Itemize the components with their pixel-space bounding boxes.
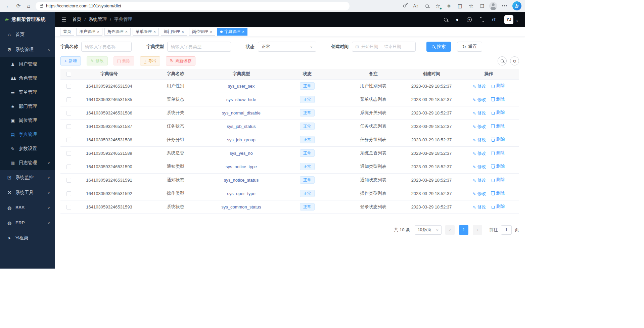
close-tab-icon[interactable] (125, 30, 128, 34)
tab-user-mgmt[interactable]: 用户管理 (76, 28, 102, 36)
sidebar-item-bbs[interactable]: BBS (0, 200, 55, 215)
dict-type-link[interactable]: sys_notice_status (224, 178, 259, 183)
delete-row-button[interactable]: 删除 (492, 96, 505, 102)
edit-row-button[interactable]: 修改 (473, 97, 486, 103)
page-size-select[interactable]: 10条/页 (415, 225, 442, 235)
dict-name-input[interactable] (81, 42, 132, 52)
refresh-table-button[interactable] (510, 56, 519, 65)
tab-home[interactable]: 首页 (60, 28, 74, 36)
next-page-button[interactable] (473, 225, 482, 235)
tab-menu-mgmt[interactable]: 菜单管理 (133, 28, 159, 36)
row-checkbox[interactable] (66, 151, 71, 156)
sidebar-item-dict-mgmt[interactable]: 字典管理 (0, 128, 55, 142)
sidebar-item-system-monitor[interactable]: 系统监控 (0, 170, 55, 185)
delete-row-button[interactable]: 删除 (492, 190, 505, 196)
prev-page-button[interactable] (445, 225, 455, 235)
profile-avatar[interactable] (488, 1, 498, 11)
sidebar-item-log-mgmt[interactable]: 日志管理 (0, 156, 55, 170)
tab-role-mgmt[interactable]: 角色管理 (104, 28, 131, 36)
back-icon[interactable] (3, 1, 13, 11)
dict-type-input[interactable] (167, 42, 231, 52)
read-aloud-icon[interactable] (411, 1, 421, 11)
sidebar-item-yi-framework[interactable]: Yi框架 (0, 230, 55, 245)
password-key-icon[interactable] (400, 1, 410, 11)
current-page-button[interactable]: 1 (459, 225, 468, 235)
delete-row-button[interactable]: 删除 (492, 136, 505, 142)
date-range-picker[interactable]: 开始日期 - 结束日期 (352, 42, 416, 52)
dict-type-link[interactable]: sys_user_sex (228, 84, 255, 89)
breadcrumb-home[interactable]: 首页 (72, 16, 81, 22)
sidebar-item-post-mgmt[interactable]: 岗位管理 (0, 113, 55, 128)
row-checkbox[interactable] (66, 165, 71, 169)
delete-row-button[interactable]: 删除 (492, 163, 505, 169)
refresh-cache-button[interactable]: 刷新缓存 (166, 56, 195, 65)
close-tab-icon[interactable] (182, 30, 184, 34)
delete-row-button[interactable]: 删除 (492, 109, 505, 115)
dict-type-link[interactable]: sys_normal_disable (222, 110, 261, 115)
close-tab-icon[interactable] (153, 30, 156, 34)
toggle-search-button[interactable] (498, 56, 507, 65)
url-text[interactable]: https://ccnetcore.com:1101/system/dict (46, 3, 121, 8)
close-tab-icon[interactable] (242, 30, 244, 34)
favorites-icon[interactable] (466, 1, 476, 11)
refresh-page-icon[interactable] (13, 1, 24, 11)
row-checkbox[interactable] (66, 138, 71, 142)
edit-row-button[interactable]: 修改 (473, 83, 486, 89)
sidebar-item-dept-mgmt[interactable]: 部门管理 (0, 99, 55, 113)
search-icon[interactable] (444, 18, 448, 21)
add-favorite-icon[interactable] (433, 1, 443, 11)
tab-dict-mgmt[interactable]: 字典管理 (217, 28, 247, 36)
url-bar[interactable]: https://ccnetcore.com:1101/system/dict (36, 2, 350, 10)
sidebar-item-role-mgmt[interactable]: 角色管理 (0, 71, 55, 85)
delete-row-button[interactable]: 删除 (492, 177, 505, 183)
bing-icon[interactable] (512, 1, 521, 10)
sidebar-toggle-icon[interactable] (61, 16, 66, 23)
tab-dept-mgmt[interactable]: 部门管理 (161, 28, 187, 36)
row-checkbox[interactable] (66, 191, 71, 196)
row-checkbox[interactable] (66, 205, 71, 209)
sidebar-item-menu-mgmt[interactable]: 菜单管理 (0, 85, 55, 99)
help-icon[interactable] (467, 17, 472, 22)
row-checkbox[interactable] (66, 111, 71, 115)
export-button[interactable]: 导出 (140, 56, 160, 65)
delete-row-button[interactable]: 删除 (492, 123, 505, 129)
edit-row-button[interactable]: 修改 (473, 191, 486, 197)
split-screen-icon[interactable] (455, 1, 465, 11)
goto-page-input[interactable] (501, 225, 512, 235)
sidebar-item-system-tools[interactable]: 系统工具 (0, 185, 55, 200)
edit-row-button[interactable]: 修改 (473, 177, 486, 183)
sidebar-item-user-mgmt[interactable]: 用户管理 (0, 57, 55, 71)
close-tab-icon[interactable] (97, 30, 99, 34)
edit-row-button[interactable]: 修改 (473, 137, 486, 143)
row-checkbox[interactable] (66, 124, 71, 129)
row-checkbox[interactable] (66, 97, 71, 102)
edit-row-button[interactable]: 修改 (473, 110, 486, 116)
edit-row-button[interactable]: 修改 (473, 164, 486, 170)
sidebar-item-system-mgmt[interactable]: 系统管理 (0, 42, 55, 57)
edit-row-button[interactable]: 修改 (473, 150, 486, 156)
delete-row-button[interactable]: 删除 (492, 83, 505, 89)
edit-row-button[interactable]: 修改 (473, 124, 486, 130)
home-icon[interactable] (24, 1, 34, 11)
sidebar-item-home[interactable]: 首页 (0, 27, 55, 42)
edit-row-button[interactable]: 修改 (473, 204, 486, 210)
dict-type-link[interactable]: sys_job_group (227, 137, 256, 142)
dict-type-link[interactable]: sys_oper_type (227, 191, 256, 196)
dict-type-link[interactable]: sys_common_status (221, 204, 261, 209)
breadcrumb-system-mgmt[interactable]: 系统管理 (89, 16, 107, 22)
reset-button[interactable]: 重置 (457, 42, 482, 52)
dict-type-link[interactable]: sys_job_status (227, 124, 256, 129)
delete-row-button[interactable]: 删除 (492, 203, 505, 209)
tab-post-mgmt[interactable]: 岗位管理 (189, 28, 215, 36)
delete-row-button[interactable]: 删除 (492, 150, 505, 156)
sidebar-item-erp[interactable]: ERP (0, 215, 55, 230)
add-button[interactable]: 新增 (60, 56, 81, 65)
more-menu-icon[interactable] (499, 1, 509, 11)
user-logo[interactable] (504, 15, 513, 24)
close-tab-icon[interactable] (210, 30, 212, 34)
github-icon[interactable] (456, 16, 458, 22)
dict-type-link[interactable]: sys_notice_type (226, 164, 257, 169)
status-select[interactable]: 正常 (258, 42, 316, 52)
fullscreen-icon[interactable] (480, 17, 484, 22)
font-size-icon[interactable] (492, 16, 496, 22)
